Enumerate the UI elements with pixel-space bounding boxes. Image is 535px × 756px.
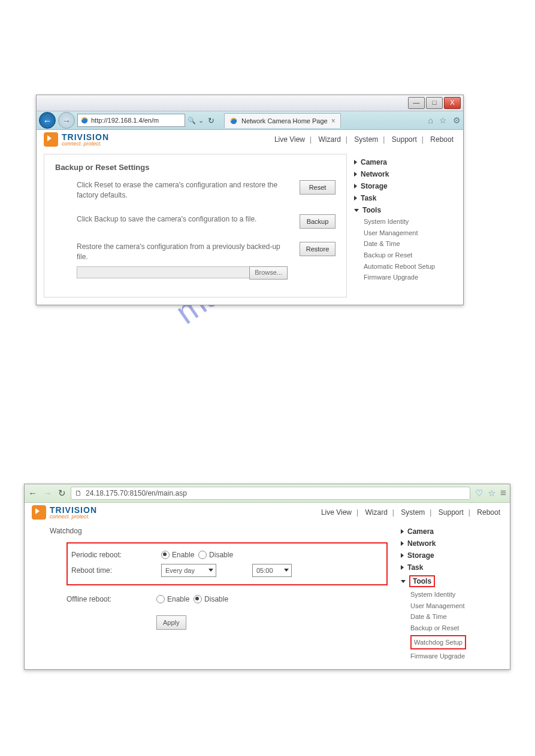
- tools-gear-icon[interactable]: ⚙: [453, 116, 461, 125]
- offline-disable-radio[interactable]: [194, 595, 202, 603]
- reset-description: Click Reset to erase the camera's config…: [77, 180, 300, 201]
- chrome-toolbar: ← → ↻ 🗋 24.18.175.70:8150/en/main.asp ♡ …: [25, 484, 510, 503]
- periodic-reboot-label: Periodic reboot:: [71, 551, 161, 559]
- nav-reboot[interactable]: Reboot: [474, 508, 503, 517]
- sub-firmware-upgrade[interactable]: Firmware Upgrade: [410, 651, 503, 662]
- enable-label: Enable: [167, 595, 189, 603]
- sidebar-item-storage[interactable]: Storage: [401, 549, 503, 561]
- sub-user-management[interactable]: User Management: [364, 227, 456, 239]
- menu-icon[interactable]: ≡: [500, 487, 506, 499]
- sub-backup-reset[interactable]: Backup or Reset: [410, 623, 503, 634]
- nav-live-view[interactable]: Live View: [272, 135, 307, 144]
- sidebar-item-camera[interactable]: Camera: [401, 526, 503, 538]
- nav-wizard[interactable]: Wizard: [363, 508, 390, 517]
- url-text: 24.18.175.70:8150/en/main.asp: [86, 489, 187, 497]
- header-bar: TRIVISION connect. protect. Live View| W…: [25, 503, 510, 521]
- nav-support[interactable]: Support: [389, 135, 419, 144]
- panel-title: Backup or Reset Settings: [55, 163, 335, 172]
- url-dropdown-icon[interactable]: ⌄: [198, 117, 204, 125]
- sub-backup-reset[interactable]: Backup or Reset: [364, 250, 456, 261]
- chrome-window: ← → ↻ 🗋 24.18.175.70:8150/en/main.asp ♡ …: [24, 484, 510, 670]
- backup-button[interactable]: Backup: [300, 214, 335, 229]
- browser-tab[interactable]: Network Camera Home Page ×: [224, 113, 341, 128]
- reboot-frequency-select[interactable]: Every day: [161, 564, 216, 577]
- bookmark-star-icon[interactable]: ☆: [488, 488, 495, 499]
- side-nav: Camera Network Storage Task Tools System…: [347, 154, 456, 297]
- header-bar: TRIVISION connect. protect. Live View| W…: [37, 130, 463, 148]
- chevron-down-icon: [401, 580, 406, 583]
- sub-watchdog-setup[interactable]: Watchdog Setup: [410, 635, 466, 650]
- logo-icon: [32, 505, 46, 520]
- chrome-url-input[interactable]: 🗋 24.18.175.70:8150/en/main.asp: [71, 487, 470, 500]
- panel-title: Watchdog: [50, 527, 388, 535]
- disable-label: Disable: [209, 551, 233, 559]
- back-button[interactable]: ←: [28, 488, 37, 499]
- chevron-right-icon: [401, 541, 404, 546]
- chevron-right-icon: [354, 196, 357, 201]
- sub-date-time[interactable]: Date & Time: [410, 611, 503, 623]
- sidebar-item-network[interactable]: Network: [401, 538, 503, 549]
- sidebar-item-camera[interactable]: Camera: [354, 156, 456, 168]
- search-dropdown-icon[interactable]: 🔍: [188, 117, 196, 125]
- sidebar-item-tools[interactable]: Tools: [354, 204, 456, 216]
- chevron-down-icon: [354, 209, 359, 212]
- forward-button[interactable]: →: [43, 488, 52, 499]
- restore-file-input[interactable]: [77, 266, 249, 278]
- periodic-disable-radio[interactable]: [198, 551, 207, 559]
- browse-button[interactable]: Browse...: [249, 266, 288, 280]
- sub-firmware-upgrade[interactable]: Firmware Upgrade: [364, 272, 456, 283]
- offline-enable-radio[interactable]: [156, 595, 165, 603]
- nav-reboot[interactable]: Reboot: [428, 135, 456, 144]
- tab-close-icon[interactable]: ×: [331, 117, 335, 125]
- favorites-icon[interactable]: ☆: [439, 116, 447, 125]
- chevron-right-icon: [354, 160, 357, 165]
- nav-back-button[interactable]: ←: [39, 112, 56, 129]
- nav-system[interactable]: System: [398, 508, 427, 517]
- window-minimize-button[interactable]: —: [408, 97, 425, 109]
- sidebar-item-storage[interactable]: Storage: [354, 180, 456, 192]
- ie-window: — □ X ← → http://192.168.1.4/en/m 🔍 ⌄ ↻ …: [36, 95, 464, 305]
- nav-wizard[interactable]: Wizard: [316, 135, 343, 144]
- ie-titlebar: — □ X: [37, 95, 463, 111]
- periodic-enable-radio[interactable]: [161, 551, 170, 559]
- reboot-time-label: Reboot time:: [71, 566, 161, 575]
- reset-button[interactable]: Reset: [300, 180, 335, 195]
- sidebar-item-tools[interactable]: Tools: [401, 573, 503, 589]
- sub-system-identity[interactable]: System Identity: [410, 589, 503, 600]
- offline-reboot-label: Offline reboot:: [67, 595, 156, 603]
- logo: TRIVISION connect. protect.: [32, 505, 97, 520]
- home-icon[interactable]: ⌂: [428, 116, 433, 125]
- sub-auto-reboot[interactable]: Automatic Reboot Setup: [364, 261, 456, 272]
- sidebar-item-task[interactable]: Task: [354, 192, 456, 204]
- restore-description: Restore the camera's configuration from …: [77, 242, 288, 263]
- ie-address-bar: ← → http://192.168.1.4/en/m 🔍 ⌄ ↻ Networ…: [37, 111, 463, 130]
- reboot-hour-select[interactable]: 05:00: [252, 564, 292, 577]
- chevron-right-icon: [401, 529, 404, 534]
- top-nav: Live View| Wizard| System| Support| Rebo…: [272, 135, 456, 144]
- restore-button[interactable]: Restore: [300, 242, 335, 256]
- nav-support[interactable]: Support: [436, 508, 466, 517]
- logo: TRIVISION connect. protect.: [44, 132, 109, 147]
- logo-icon: [44, 132, 58, 147]
- apply-button[interactable]: Apply: [156, 615, 186, 630]
- sub-system-identity[interactable]: System Identity: [364, 216, 456, 227]
- sidebar-item-network[interactable]: Network: [354, 168, 456, 180]
- sidebar-item-task[interactable]: Task: [401, 561, 503, 573]
- window-maximize-button[interactable]: □: [426, 97, 443, 109]
- url-input[interactable]: http://192.168.1.4/en/m: [77, 114, 185, 127]
- window-close-button[interactable]: X: [444, 97, 461, 109]
- refresh-button[interactable]: ↻: [206, 116, 216, 125]
- chevron-right-icon: [354, 184, 357, 189]
- sub-user-management[interactable]: User Management: [410, 600, 503, 612]
- nav-system[interactable]: System: [352, 135, 380, 144]
- sub-date-time[interactable]: Date & Time: [364, 238, 456, 250]
- enable-label: Enable: [172, 551, 194, 559]
- url-text: http://192.168.1.4/en/m: [91, 117, 159, 124]
- reload-button[interactable]: ↻: [58, 488, 66, 499]
- shield-icon[interactable]: ♡: [475, 488, 483, 499]
- nav-forward-button[interactable]: →: [58, 112, 75, 129]
- chevron-right-icon: [354, 172, 357, 177]
- chevron-right-icon: [401, 565, 404, 570]
- nav-live-view[interactable]: Live View: [319, 508, 354, 517]
- side-nav: Camera Network Storage Task Tools System…: [394, 523, 503, 662]
